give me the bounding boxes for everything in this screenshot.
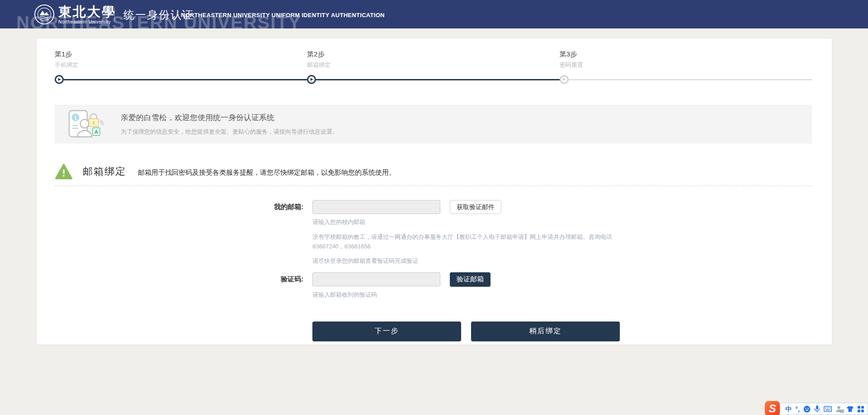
step-connector (64, 79, 307, 80)
code-hint: 请输入邮箱收到的验证码 (312, 291, 812, 299)
step-3-password: 第3步 密码重置 ▶ (560, 50, 812, 84)
email-label: 我的邮箱: (55, 203, 303, 211)
voice-input-icon[interactable] (814, 405, 820, 413)
verify-email-button[interactable]: 验证邮箱 (450, 272, 491, 287)
step-label: 邮箱绑定 (307, 61, 559, 69)
form-actions: 下一步 稍后绑定 (312, 322, 812, 341)
step-2-email: 第2步 邮箱绑定 ▶ (307, 50, 559, 84)
toolbox-grid-icon[interactable] (858, 406, 864, 412)
step-1-indicator: ▶ (55, 75, 64, 84)
step-name: 第3步 (560, 50, 812, 59)
identity-info-icon: 1 A (68, 110, 104, 139)
email-note: 没有学校邮箱的教工，请通过一网通办的办事服务大厅【教职工个人电子邮箱申请】网上申… (312, 233, 621, 252)
wizard-card: 第1步 手机绑定 ▶ 第2步 邮箱绑定 ▶ 第3步 密码重置 ▶ (36, 38, 832, 345)
welcome-subtitle: 为了保障您的信息安全，给您提供更全面、更贴心的服务，请按向导进行信息设置。 (121, 128, 338, 136)
university-seal-icon (34, 4, 55, 25)
step-name: 第1步 (55, 50, 307, 59)
section-title: 邮箱绑定 (83, 165, 126, 178)
emoji-icon[interactable] (803, 406, 811, 413)
step-label: 密码重置 (560, 61, 812, 69)
section-description: 邮箱用于找回密码及接受各类服务提醒，请您尽快绑定邮箱，以免影响您的系统使用。 (138, 166, 396, 177)
dashed-divider (55, 186, 812, 186)
svg-text:A: A (94, 129, 98, 135)
code-row: 验证码: 验证邮箱 (55, 272, 812, 287)
ime-punctuation-toggle[interactable]: °, (795, 406, 800, 412)
logo-cn-text: 東北大學 (58, 5, 116, 19)
welcome-title: 亲爱的白雪松，欢迎您使用统一身份认证系统 (121, 112, 338, 123)
virtual-keyboard-icon[interactable] (824, 406, 832, 412)
step-connector (569, 79, 812, 80)
play-icon: ▶ (311, 78, 313, 81)
section-header: 邮箱绑定 邮箱用于找回密码及接受各类服务提醒，请您尽快绑定邮箱，以免影响您的系统… (55, 163, 812, 180)
email-note2: 请尽快登录您的邮箱查看验证码完成验证 (312, 257, 812, 265)
email-binding-form: 我的邮箱: 获取验证邮件 请输入您的校内邮箱 没有学校邮箱的教工，请通过一网通办… (55, 200, 812, 341)
profile-badge: 19 (840, 410, 844, 413)
code-label: 验证码: (55, 275, 303, 284)
email-input[interactable] (312, 200, 440, 214)
header-divider (114, 7, 115, 21)
get-verification-email-button[interactable]: 获取验证邮件 (450, 200, 501, 214)
step-name: 第2步 (307, 50, 559, 59)
step-2-indicator: ▶ (307, 75, 316, 84)
step-3-indicator: ▶ (560, 75, 569, 84)
svg-text:1: 1 (92, 121, 94, 125)
skin-shirt-icon[interactable] (846, 406, 854, 412)
bind-later-button[interactable]: 稍后绑定 (471, 322, 620, 341)
play-icon: ▶ (58, 78, 61, 81)
app-header: 東北大學 Northeastern University 统一身份认证 NORT… (0, 0, 868, 28)
university-logo[interactable]: 東北大學 Northeastern University (34, 4, 116, 25)
sogou-logo-icon[interactable]: S (765, 401, 780, 415)
next-step-button[interactable]: 下一步 (312, 322, 461, 341)
step-1-phone: 第1步 手机绑定 ▶ (55, 50, 307, 84)
step-connector (316, 79, 559, 80)
welcome-banner: 1 A 亲爱的白雪松，欢迎您使用统一身份认证系统 为了保障您的信息安全，给您提供… (55, 105, 812, 144)
logo-en-text: Northeastern University (58, 19, 116, 24)
email-row: 我的邮箱: 获取验证邮件 (55, 200, 812, 214)
warning-triangle-icon (55, 163, 73, 180)
ime-language-toggle[interactable]: 中 (785, 406, 792, 412)
ime-toolbar: S 中 °, (771, 403, 868, 415)
email-hint: 请输入您的校内邮箱 (312, 218, 812, 226)
verification-code-input[interactable] (312, 272, 440, 286)
user-profile-icon[interactable]: 19 (835, 406, 842, 412)
play-icon: ▶ (563, 78, 566, 81)
step-wizard: 第1步 手机绑定 ▶ 第2步 邮箱绑定 ▶ 第3步 密码重置 ▶ (55, 38, 812, 84)
step-label: 手机绑定 (55, 61, 307, 69)
page-title-en: NORTHEASTERN UNIVERSITY UNIFORM IDENTITY… (181, 12, 385, 19)
